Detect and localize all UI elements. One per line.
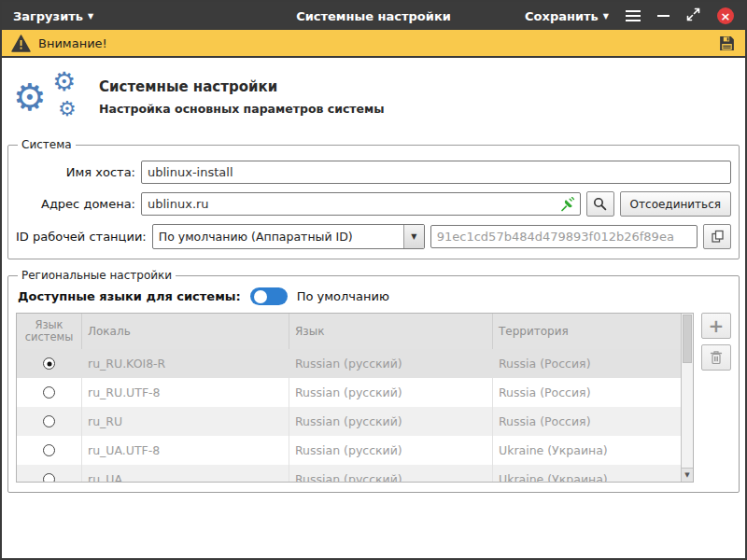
hostname-label: Имя хоста: (16, 165, 135, 179)
load-menu-label: Загрузить (13, 9, 83, 23)
table-row[interactable]: ru_RU.UTF-8Russian (русский)Russia (Росс… (17, 378, 681, 407)
toggle-knob (254, 290, 267, 303)
minimize-button[interactable] (657, 15, 669, 17)
station-id-label: ID рабочей станции: (16, 230, 147, 244)
maximize-button[interactable] (686, 7, 700, 25)
row-radio-cell[interactable] (17, 349, 82, 378)
system-section: Система Имя хоста: Адрес домена: (7, 138, 740, 259)
titlebar-controls: Сохранить ▼ × (525, 7, 734, 25)
table-row[interactable]: ru_UARussian (русский)Ukraine (Украина) (17, 465, 681, 483)
cell-locale: ru_UA.UTF-8 (82, 436, 289, 465)
domain-input[interactable] (141, 192, 581, 216)
connected-plug-icon (560, 197, 575, 216)
table-scrollbar[interactable]: ▼ (681, 314, 693, 482)
warning-bar: Внимание! (2, 30, 745, 58)
copy-icon (711, 230, 725, 244)
cell-language: Russian (русский) (289, 378, 493, 407)
table-row[interactable]: ru_UA.UTF-8Russian (русский)Ukraine (Укр… (17, 436, 681, 465)
copy-id-button[interactable] (703, 224, 731, 249)
gears-icon: ⚙ ⚙ ⚙ (9, 71, 99, 129)
window-title: Системные настройки (296, 9, 451, 23)
languages-label: Доступные языки для системы: (18, 289, 241, 303)
page-subtitle: Настройка основных параметров системы (99, 102, 385, 116)
column-header-system-language[interactable]: Язык системы (17, 314, 82, 349)
system-language-radio[interactable] (43, 444, 55, 456)
cell-language: Russian (русский) (289, 407, 493, 436)
row-radio-cell[interactable] (17, 436, 82, 465)
cell-territory: Russia (Россия) (493, 349, 681, 378)
menu-icon[interactable] (626, 10, 641, 21)
locale-table-body: ru_RU.KOI8-RRussian (русский)Russia (Рос… (17, 349, 681, 483)
add-locale-button[interactable]: + (701, 313, 731, 339)
regional-section: Региональные настройки Доступные языки д… (7, 269, 740, 493)
cell-territory: Russia (Россия) (493, 378, 681, 407)
column-header-locale[interactable]: Локаль (82, 314, 289, 349)
trash-icon (710, 350, 723, 365)
column-header-territory[interactable]: Территория (493, 314, 681, 349)
station-id-mode-value: По умолчанию (Аппаратный ID) (153, 230, 403, 244)
cell-locale: ru_RU.KOI8-R (82, 349, 289, 378)
row-radio-cell[interactable] (17, 407, 82, 436)
warning-text: Внимание! (38, 36, 107, 50)
cell-locale: ru_UA (82, 465, 289, 483)
regional-section-legend: Региональные настройки (18, 269, 176, 282)
cell-language: Russian (русский) (289, 465, 493, 483)
system-section-legend: Система (18, 138, 76, 151)
languages-toggle[interactable] (250, 287, 288, 305)
chevron-down-icon: ▼ (603, 13, 609, 21)
floppy-icon (718, 35, 736, 52)
save-menu-button[interactable]: Сохранить ▼ (525, 9, 609, 23)
cell-territory: Russia (Россия) (493, 407, 681, 436)
save-file-button[interactable] (718, 35, 736, 52)
system-language-radio[interactable] (43, 357, 55, 370)
expand-icon (686, 7, 700, 21)
titlebar: Загрузить ▼ Системные настройки Сохранит… (2, 2, 745, 30)
station-id-value-field (430, 225, 698, 248)
delete-locale-button[interactable] (701, 344, 731, 371)
system-language-radio[interactable] (43, 473, 55, 483)
locale-table: Язык системы Локаль Язык Территория ru_R… (16, 313, 694, 483)
scroll-down-icon: ▼ (684, 471, 689, 479)
cell-territory: Ukraine (Украина) (493, 465, 681, 483)
chevron-down-icon[interactable]: ▼ (403, 225, 424, 248)
column-header-language[interactable]: Язык (289, 314, 493, 349)
app-window: Загрузить ▼ Системные настройки Сохранит… (0, 0, 747, 560)
app-header: ⚙ ⚙ ⚙ Системные настройки Настройка осно… (9, 71, 736, 129)
table-row[interactable]: ru_RURussian (русский)Russia (Россия) (17, 407, 681, 436)
row-radio-cell[interactable] (17, 378, 82, 407)
close-button[interactable]: × (717, 7, 734, 24)
scroll-down-button[interactable]: ▼ (682, 468, 693, 482)
default-label: По умолчанию (297, 289, 389, 303)
cell-language: Russian (русский) (289, 436, 493, 465)
system-language-radio[interactable] (43, 415, 55, 427)
main-panel: ⚙ ⚙ ⚙ Системные настройки Настройка осно… (2, 60, 745, 558)
table-row[interactable]: ru_RU.KOI8-RRussian (русский)Russia (Рос… (17, 349, 681, 378)
station-id-mode-select[interactable]: По умолчанию (Аппаратный ID) ▼ (152, 224, 425, 249)
cell-locale: ru_RU.UTF-8 (82, 378, 289, 407)
warning-icon (11, 35, 31, 52)
cell-locale: ru_RU (82, 407, 289, 436)
load-menu-button[interactable]: Загрузить ▼ (13, 9, 93, 23)
search-icon (593, 197, 607, 211)
cell-territory: Ukraine (Украина) (493, 436, 681, 465)
plus-icon: + (709, 316, 725, 335)
system-language-radio[interactable] (43, 386, 55, 399)
chevron-down-icon: ▼ (88, 13, 93, 21)
minimize-icon (657, 15, 669, 17)
scrollbar-thumb[interactable] (683, 315, 692, 363)
close-x-icon: × (721, 10, 731, 22)
locale-table-header: Язык системы Локаль Язык Территория (17, 314, 681, 349)
domain-label: Адрес домена: (16, 197, 135, 211)
table-side-buttons: + (701, 313, 731, 371)
hostname-input[interactable] (141, 161, 731, 184)
page-title: Системные настройки (99, 78, 385, 95)
search-domain-button[interactable] (586, 191, 614, 217)
row-radio-cell[interactable] (17, 465, 82, 483)
disconnect-button[interactable]: Отсоединиться (620, 191, 731, 217)
cell-language: Russian (русский) (289, 349, 493, 378)
save-menu-label: Сохранить (525, 9, 599, 23)
